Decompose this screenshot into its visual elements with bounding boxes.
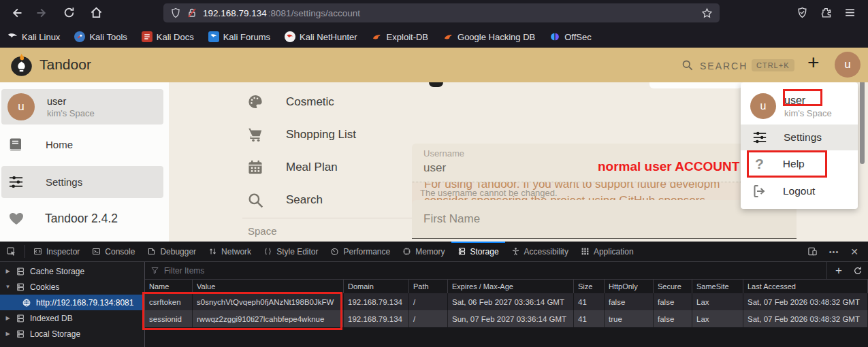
cell-secure[interactable]: false: [654, 310, 692, 327]
devtools-close-icon[interactable]: ✕: [850, 246, 858, 257]
col-httponly[interactable]: HttpOnly: [605, 280, 654, 293]
tab-console[interactable]: Console: [86, 242, 141, 261]
col-last-accessed[interactable]: Last Accessed: [743, 280, 868, 293]
tracking-shield-icon[interactable]: [170, 7, 181, 18]
heart-icon: [8, 210, 25, 227]
menu-item-help[interactable]: ? Help: [741, 150, 858, 178]
cell-path[interactable]: /: [409, 293, 448, 310]
bookmark-exploit-db[interactable]: Exploit-DB: [372, 31, 428, 42]
cookie-row-sessionid[interactable]: sessionid rwwqz2zggi910ti27lcahbfepe4wkn…: [145, 310, 868, 327]
col-path[interactable]: Path: [409, 280, 448, 293]
settings-nav-shopping-list[interactable]: Shopping List: [246, 126, 356, 144]
sidebar-item-home[interactable]: Home: [8, 137, 73, 152]
cell-size[interactable]: 41: [574, 310, 605, 327]
cell-last-accessed[interactable]: Sat, 07 Feb 2026 03:48:32 GMT: [743, 310, 868, 327]
tab-accessibility[interactable]: Accessibility: [505, 242, 575, 261]
cell-path[interactable]: /: [409, 310, 448, 327]
settings-nav-search[interactable]: Search: [246, 191, 323, 209]
tree-cookies[interactable]: ▼ Cookies: [0, 279, 144, 295]
col-expires[interactable]: Expires / Max-Age: [448, 280, 574, 293]
col-name[interactable]: Name: [145, 280, 193, 293]
bookmark-google-hacking-db[interactable]: Google Hacking DB: [443, 31, 535, 42]
cell-name[interactable]: sessionid: [145, 310, 193, 327]
cell-samesite[interactable]: Lax: [692, 310, 743, 327]
chevron-right-icon[interactable]: ▶: [5, 331, 11, 337]
cell-samesite[interactable]: Lax: [692, 293, 743, 310]
tab-inspector[interactable]: Inspector: [27, 242, 86, 261]
cell-expires[interactable]: Sat, 06 Feb 2027 03:36:14 GMT: [448, 293, 574, 310]
insecure-lock-icon[interactable]: [187, 7, 197, 18]
sidebar-item-settings[interactable]: Settings: [1, 166, 163, 198]
magnifier-icon: [246, 191, 264, 209]
bookmark-kali-tools[interactable]: Kali Tools: [74, 31, 127, 42]
menu-user-card[interactable]: u user kim's Space: [741, 89, 858, 123]
cell-name[interactable]: csrftoken: [145, 293, 193, 310]
cell-secure[interactable]: false: [654, 293, 692, 310]
extensions-puzzle-icon[interactable]: [820, 7, 834, 20]
col-samesite[interactable]: SameSite: [692, 280, 743, 293]
menu-item-settings[interactable]: Settings: [741, 125, 858, 150]
cell-expires[interactable]: Sun, 07 Feb 2027 03:36:14 GMT: [448, 310, 574, 327]
url-bar[interactable]: 192.168.79.134:8081/settings/account: [163, 3, 720, 22]
bookmark-kali-forums[interactable]: Kali Forums: [208, 31, 270, 42]
cell-domain[interactable]: 192.168.79.134: [344, 293, 409, 310]
devtools-more-icon[interactable]: •••: [829, 248, 839, 256]
cell-httponly[interactable]: false: [605, 293, 654, 310]
tab-memory[interactable]: Memory: [396, 242, 451, 261]
cell-value[interactable]: s0snychVtQvqeph0fjANzNt198B0JkFW: [193, 293, 344, 310]
bookmark-kali-linux[interactable]: Kali Linux: [7, 31, 60, 42]
refresh-items-icon[interactable]: [853, 266, 863, 276]
devtools-panel: Inspector Console Debugger Network Style…: [0, 242, 868, 347]
tree-local-storage[interactable]: ▶ Local Storage: [0, 326, 144, 342]
chevron-right-icon[interactable]: ▶: [5, 268, 11, 274]
forward-icon[interactable]: [35, 6, 49, 20]
pick-element-icon[interactable]: [0, 242, 22, 261]
bookmark-kali-nethunter[interactable]: Kali NetHunter: [285, 31, 357, 42]
tab-style-editor[interactable]: Style Editor: [257, 242, 324, 261]
tab-application[interactable]: Application: [575, 242, 640, 261]
cell-size[interactable]: 41: [574, 293, 605, 310]
add-item-icon[interactable]: +: [835, 264, 842, 278]
tandoor-logo-icon[interactable]: [9, 52, 34, 78]
col-secure[interactable]: Secure: [654, 280, 692, 293]
col-size[interactable]: Size: [574, 280, 605, 293]
first-name-field[interactable]: First Name: [412, 200, 797, 239]
bookmark-offsec[interactable]: OffSec: [549, 31, 592, 42]
menu-hamburger-icon[interactable]: [844, 7, 858, 20]
menu-item-logout[interactable]: Logout: [741, 178, 858, 205]
settings-nav-cosmetic[interactable]: Cosmetic: [246, 93, 334, 111]
responsive-mode-icon[interactable]: [807, 246, 818, 257]
tab-storage[interactable]: Storage: [451, 242, 505, 261]
cell-last-accessed[interactable]: Sat, 07 Feb 2026 03:48:32 GMT: [743, 293, 868, 310]
home-icon[interactable]: [90, 6, 103, 20]
chevron-right-icon[interactable]: ▶: [5, 315, 11, 321]
search-icon[interactable]: [681, 59, 694, 71]
settings-nav-meal-plan[interactable]: Meal Plan: [246, 159, 338, 176]
cookie-row-csrftoken[interactable]: csrftoken s0snychVtQvqeph0fjANzNt198B0Jk…: [145, 293, 868, 310]
tree-indexed-db[interactable]: ▶ Indexed DB: [0, 310, 144, 326]
col-domain[interactable]: Domain: [344, 280, 409, 293]
filter-items-input[interactable]: Filter Items: [164, 266, 204, 276]
cell-domain[interactable]: 192.168.79.134: [344, 310, 409, 327]
cell-value[interactable]: rwwqz2zggi910ti27lcahbfepe4wknue: [193, 310, 344, 327]
bookmark-kali-docs[interactable]: Kali Docs: [142, 31, 194, 42]
sidebar-item-version[interactable]: Tandoor 2.4.2: [8, 210, 118, 227]
tab-performance[interactable]: Performance: [324, 242, 396, 261]
tab-debugger[interactable]: Debugger: [141, 242, 202, 261]
search-label[interactable]: SEARCH: [700, 61, 748, 71]
chevron-down-icon[interactable]: ▼: [5, 284, 11, 290]
bookmark-star-icon[interactable]: [701, 7, 713, 19]
header-avatar[interactable]: u: [835, 52, 861, 78]
back-icon[interactable]: [10, 6, 23, 20]
sidebar-user-card[interactable]: u user kim's Space: [1, 89, 163, 125]
tree-cache-storage[interactable]: ▶ Cache Storage: [0, 263, 144, 279]
tree-cookies-host[interactable]: http://192.168.79.134:8081: [0, 295, 144, 310]
col-value[interactable]: Value: [193, 280, 344, 293]
brand-title[interactable]: Tandoor: [39, 56, 91, 73]
pocket-shield-icon[interactable]: [797, 7, 810, 20]
tab-network[interactable]: Network: [202, 242, 257, 261]
add-button[interactable]: +: [807, 51, 820, 74]
reload-icon[interactable]: [63, 6, 76, 20]
cell-httponly[interactable]: true: [605, 310, 654, 327]
page-scrollbar[interactable]: [860, 82, 865, 164]
